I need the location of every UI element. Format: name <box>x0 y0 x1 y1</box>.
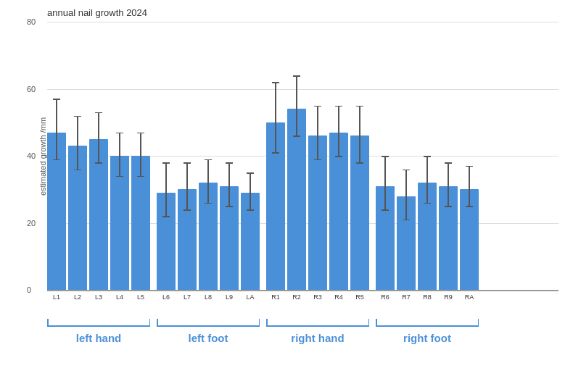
x-label: R4 <box>329 293 348 301</box>
error-bar <box>359 106 360 163</box>
x-label: L5 <box>131 293 150 301</box>
x-axis-line <box>47 290 558 291</box>
chart-inner: 020406080L1L2L3L4L5L6L7L8L9LAR1R2R3R4R5R… <box>47 22 558 304</box>
y-tick-label: 20 <box>27 219 36 228</box>
y-axis-label: estimated growth /mm <box>38 117 47 196</box>
category-bracket <box>47 319 150 333</box>
error-cap-bottom <box>205 203 212 204</box>
x-label: R5 <box>350 293 369 301</box>
error-cap-top <box>184 162 191 164</box>
error-cap-top <box>403 170 410 171</box>
error-cap-top <box>247 172 254 174</box>
grid-line <box>47 89 558 90</box>
error-bar <box>405 170 407 220</box>
error-bar <box>317 106 318 159</box>
x-label: L1 <box>47 293 66 301</box>
category-label: left foot <box>189 332 228 344</box>
error-cap-top <box>205 159 212 161</box>
error-bar <box>186 162 188 209</box>
error-cap-bottom <box>314 159 321 161</box>
x-label: R2 <box>287 293 306 301</box>
chart-title: annual nail growth 2024 <box>47 7 558 18</box>
error-cap-bottom <box>466 206 473 207</box>
x-label: L2 <box>68 293 87 301</box>
error-cap-bottom <box>74 170 81 171</box>
error-cap-bottom <box>445 206 452 207</box>
error-cap-top <box>53 99 60 100</box>
category-bracket <box>266 319 369 333</box>
error-bar <box>275 82 276 152</box>
error-bar <box>140 133 141 176</box>
error-cap-bottom <box>226 206 233 207</box>
error-cap-top <box>314 106 321 107</box>
error-cap-bottom <box>272 152 279 154</box>
error-cap-top <box>466 166 473 167</box>
x-label: R9 <box>439 293 458 301</box>
error-cap-top <box>226 162 233 164</box>
error-bar <box>426 156 428 203</box>
error-bar <box>469 166 470 207</box>
error-cap-top <box>74 116 81 117</box>
x-label: LA <box>241 293 260 301</box>
error-bar <box>338 106 339 156</box>
x-label: L8 <box>199 293 218 301</box>
error-cap-top <box>293 75 300 77</box>
y-tick-label: 60 <box>27 85 36 93</box>
error-cap-top <box>424 156 431 157</box>
error-cap-bottom <box>335 156 342 157</box>
error-cap-top <box>137 133 144 134</box>
x-label: R3 <box>308 293 327 301</box>
error-bar <box>77 116 78 170</box>
x-label: RA <box>460 293 479 301</box>
error-bar <box>56 99 57 159</box>
error-cap-bottom <box>162 216 170 217</box>
error-cap-top <box>335 106 342 107</box>
grid-line <box>47 22 558 22</box>
error-cap-bottom <box>403 220 410 221</box>
x-label: R7 <box>397 293 416 301</box>
chart-container: annual nail growth 2024 estimated growth… <box>0 0 573 392</box>
error-cap-bottom <box>424 203 431 204</box>
x-label: L3 <box>89 293 108 301</box>
error-cap-top <box>116 133 123 134</box>
category-label: right hand <box>291 332 344 344</box>
error-bar <box>448 162 449 206</box>
error-cap-bottom <box>116 176 123 178</box>
error-cap-bottom <box>53 159 60 161</box>
error-cap-top <box>162 162 170 164</box>
category-bracket <box>157 319 260 333</box>
error-bar <box>165 162 167 216</box>
y-tick-label: 0 <box>27 285 31 294</box>
category-bracket <box>376 319 479 333</box>
x-label: L6 <box>157 293 176 301</box>
error-cap-bottom <box>184 209 191 211</box>
error-cap-top <box>445 162 452 164</box>
error-bar <box>98 112 99 162</box>
y-tick-label: 80 <box>27 17 36 26</box>
category-label: left hand <box>76 332 122 344</box>
x-label: L4 <box>110 293 129 301</box>
error-cap-top <box>382 156 389 157</box>
y-tick-label: 40 <box>27 151 36 160</box>
error-cap-bottom <box>95 162 102 164</box>
error-bar <box>207 159 209 203</box>
x-label: R6 <box>376 293 395 301</box>
category-label: right foot <box>403 332 451 344</box>
error-cap-bottom <box>247 209 254 211</box>
error-cap-bottom <box>137 176 144 178</box>
error-bar <box>250 172 251 209</box>
error-bar <box>384 156 386 209</box>
error-bar <box>228 162 230 206</box>
x-label: L9 <box>220 293 239 301</box>
error-cap-bottom <box>356 162 363 164</box>
error-cap-top <box>272 82 279 83</box>
error-cap-top <box>95 112 102 114</box>
x-label: L7 <box>178 293 197 301</box>
error-cap-top <box>356 106 363 107</box>
error-bar <box>296 75 297 135</box>
error-bar <box>119 133 120 176</box>
error-cap-bottom <box>382 209 389 211</box>
x-label: R1 <box>266 293 285 301</box>
category-labels: left handleft footright handright foot <box>47 319 558 355</box>
error-cap-bottom <box>293 135 300 137</box>
